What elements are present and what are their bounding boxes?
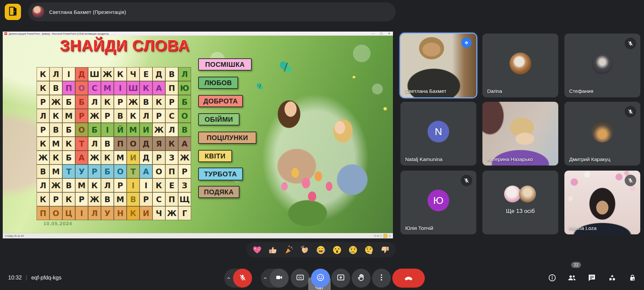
mic-mute-button[interactable] [233,269,252,288]
grid-cell: В [37,165,49,178]
presenter-pill[interactable]: Светлана Бахмет (Презентація) [28,2,396,21]
grid-cell: Ж [88,192,101,206]
window-close-button[interactable]: ✕ [388,32,390,36]
grid-cell: Л [88,206,101,220]
participant-name: Ще 13 осіб [482,208,558,215]
grid-cell: А [140,165,152,178]
meeting-meta: 10:32 | eqf-pfdq-kgs [8,275,61,281]
people-icon [567,273,577,284]
ppt-zoom-icon[interactable]: ⊡ [389,234,391,237]
grid-cell: У [75,165,88,178]
camera-icon [275,273,283,283]
grid-cell: Р [75,192,88,206]
participant-tile[interactable]: ЮЮлія Топчій [400,171,476,234]
window-restore-button[interactable]: ▢ [380,32,383,36]
sparkling-heart-emoji[interactable] [252,245,263,255]
activities-button[interactable] [607,273,617,284]
mic-options-chevron[interactable] [224,275,233,281]
grid-cell: Р [75,109,88,123]
grid-cell: І [62,67,75,81]
grid-cell: Ж [37,151,49,165]
participant-tile[interactable]: Катерина Назарько [482,102,558,166]
word-list-item: ТУРБОТА [198,168,243,180]
tile-mic-off-icon [625,175,636,186]
camera-button[interactable] [270,269,289,288]
clapping-hands-emoji[interactable] [299,245,310,255]
mic-off-icon [238,273,247,283]
door-icon [7,5,19,18]
grid-cell: Р [178,165,191,178]
participant-name: Hanna Loza [569,225,597,231]
host-controls-lock-icon [628,273,637,284]
participant-tile[interactable]: Стефания [564,34,640,97]
grid-cell: Л [165,123,178,137]
grid-cell: Л [49,67,62,81]
end-call-icon [403,272,414,284]
grid-cell: В [114,109,127,123]
meeting-details-button[interactable] [547,273,557,284]
grid-cell: К [88,178,101,192]
grid-cell: Ж [49,95,62,109]
grid-cell: И [140,123,152,137]
ppt-view-icons[interactable]: ⊟ ⊞ ▭ [374,234,382,237]
crying-face-emoji[interactable] [348,245,358,255]
participant-avatar [519,186,536,202]
window-minimize-button[interactable]: — [372,32,375,36]
grid-cell: К [127,206,140,220]
grid-cell: С [88,81,101,95]
party-popper-emoji[interactable] [284,245,294,255]
app-logo[interactable] [5,4,21,20]
grid-cell: В [140,95,152,109]
grid-cell: Л [88,95,101,109]
participant-tile[interactable]: Ще 13 осіб [482,171,558,234]
grid-cell: М [127,123,140,137]
participant-name: Natalj Kamunina [405,156,442,162]
joy-face-emoji[interactable] [315,245,326,255]
svg-text:CC: CC [298,276,302,279]
grid-cell: У [101,206,114,220]
thumbs-up-emoji[interactable] [268,245,278,255]
grid-cell: Б [62,123,75,137]
grid-cell: Ч [127,67,140,81]
thumbs-down-emoji[interactable] [379,245,390,255]
grid-cell: Р [88,165,101,178]
raise-hand-button[interactable] [352,269,371,288]
grid-cell: Я [152,137,165,151]
grid-cell: В [165,67,178,81]
chat-button[interactable] [587,273,597,284]
grid-cell: О [178,109,191,123]
presenter-avatar [32,6,44,18]
powerpoint-icon: P [4,32,7,35]
participant-tile[interactable]: Darina [482,34,558,97]
speaking-indicator-icon [461,38,472,48]
grid-cell: Р [101,109,114,123]
camera-options-chevron[interactable] [261,275,270,281]
grid-cell: К [37,192,49,206]
participant-tile[interactable]: Светлана Бахмет [400,34,476,97]
grid-cell: Л [88,137,101,151]
slideshow-view-active-icon[interactable] [383,234,387,238]
grid-cell: Р [165,95,178,109]
participant-tile[interactable]: Hanna Loza [564,171,640,234]
ppt-window-title: Демонстрация PowerPoint - [мама] - Micro… [9,32,109,35]
smiley-icon [316,273,325,283]
clock-time: 10:32 [8,275,22,281]
grid-cell: Л [37,178,49,192]
participant-tile[interactable]: Дмитрий Каракуц [564,102,640,166]
grid-cell: Ж [165,206,178,220]
present-button[interactable] [331,269,350,288]
surprised-face-emoji[interactable] [332,245,342,255]
reactions-button[interactable] [311,269,330,288]
end-call-button[interactable] [392,269,425,288]
grid-cell: О [75,123,88,137]
show-people-button[interactable] [567,273,577,284]
more-options-button[interactable] [372,269,391,288]
grid-cell: В [62,178,75,192]
captions-button[interactable]: CC [291,269,310,288]
grid-cell: К [127,109,140,123]
grid-cell: Щ [178,192,191,206]
host-controls-button[interactable] [627,273,638,284]
thinking-face-emoji[interactable] [363,245,374,255]
grid-cell: П [165,192,178,206]
participant-tile[interactable]: NNatalj Kamunina [400,102,476,166]
